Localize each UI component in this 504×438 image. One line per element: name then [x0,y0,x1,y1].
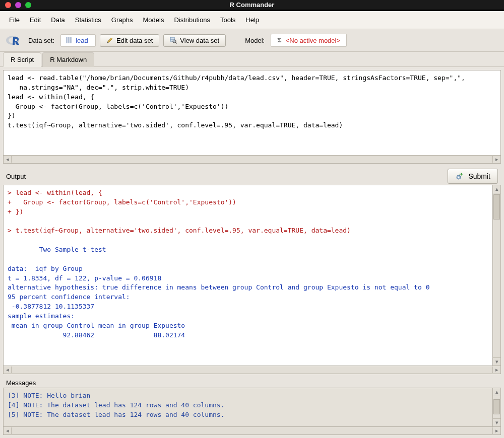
scroll-left-icon[interactable]: ◂ [4,156,12,163]
toolbar: Data set: lead Edit data set View data s… [0,29,504,52]
scroll-up-icon[interactable]: ▴ [493,185,500,193]
dataset-label: Data set: [26,37,56,44]
menubar: File Edit Data Statistics Graphs Models … [0,11,504,29]
output-line: t = 1.8334, df = 122, p-value = 0.06918 [8,274,161,282]
menu-data[interactable]: Data [46,14,70,26]
menu-edit[interactable]: Edit [25,14,46,26]
script-horizontal-scrollbar[interactable]: ◂ ▸ [3,156,501,164]
messages-header: Messages [3,377,501,388]
scroll-up-icon[interactable]: ▴ [493,388,500,396]
scroll-right-icon[interactable]: ▸ [492,156,500,163]
menu-help[interactable]: Help [240,14,264,26]
menu-statistics[interactable]: Statistics [70,14,106,26]
scroll-left-icon[interactable]: ◂ [4,367,12,373]
script-tabs: R Script R Markdown [0,52,504,67]
output-line: mean in group Control mean in group Expu… [8,322,189,329]
output-line: alternative hypothesis: true difference … [8,283,429,291]
message-line: [5] NOTE: The dataset lead has 124 rows … [8,411,224,418]
dataset-selector[interactable]: lead [60,34,96,47]
output-line: 92.88462 88.02174 [8,331,189,339]
close-window-icon[interactable] [5,2,11,8]
messages-pane[interactable]: [3] NOTE: Hello brian [4] NOTE: The data… [3,388,493,427]
scrollbar-thumb[interactable] [493,399,500,414]
scroll-down-icon[interactable]: ▾ [493,418,500,426]
svg-line-6 [175,42,177,44]
messages-label: Messages [6,379,36,387]
svg-point-8 [458,177,460,178]
magnifier-table-icon [170,37,177,44]
output-line: 95 percent confidence interval: [8,293,130,301]
submit-gear-icon [455,172,464,181]
output-line: -0.3877812 10.1135337 [8,303,94,310]
table-icon [66,37,72,43]
message-line: [3] NOTE: Hello brian [8,392,90,399]
model-selector[interactable]: Σ <No active model> [271,34,347,47]
titlebar: R Commander [0,0,504,10]
scroll-right-icon[interactable]: ▸ [492,427,500,434]
svg-rect-2 [107,42,108,43]
scrollbar-thumb[interactable] [493,194,500,220]
scroll-down-icon[interactable]: ▾ [493,357,500,366]
messages-vertical-scrollbar[interactable]: ▴ ▾ [493,388,501,427]
view-dataset-button[interactable]: View data set [163,34,226,47]
minimize-window-icon[interactable] [15,2,21,8]
menu-graphs[interactable]: Graphs [106,14,138,26]
scroll-left-icon[interactable]: ◂ [4,427,12,434]
output-pane[interactable]: > lead <- within(lead, { + Group <- fact… [3,185,493,366]
menu-distributions[interactable]: Distributions [169,14,215,26]
output-line: Two Sample t-test [8,246,106,253]
output-label: Output [6,173,26,180]
output-horizontal-scrollbar[interactable]: ◂ ▸ [3,366,501,374]
output-vertical-scrollbar[interactable]: ▴ ▾ [493,185,501,366]
menu-models[interactable]: Models [138,14,169,26]
pencil-icon [106,37,113,44]
maximize-window-icon[interactable] [25,2,31,8]
model-label: Model: [243,37,267,44]
model-value: <No active model> [286,37,340,44]
script-editor[interactable]: lead <- read.table("/home/brian/Document… [3,70,501,156]
output-line: + Group <- factor(Group, labels=c('Contr… [8,198,236,206]
r-logo-icon [5,33,22,47]
output-header: Output Submit [3,167,501,185]
window-controls [5,2,31,8]
tab-r-markdown[interactable]: R Markdown [42,52,94,67]
window-title: R Commander [0,1,504,9]
output-line: data: iqf by Group [8,265,83,272]
menu-tools[interactable]: Tools [215,14,240,26]
output-line: > lead <- within(lead, { [8,189,102,196]
sigma-icon: Σ [277,36,282,44]
messages-horizontal-scrollbar[interactable]: ◂ ▸ [3,427,501,435]
output-line: sample estimates: [8,312,75,320]
edit-dataset-button[interactable]: Edit data set [100,34,159,47]
menu-file[interactable]: File [4,14,25,26]
dataset-name: lead [76,37,88,44]
message-line: [4] NOTE: The dataset lead has 124 rows … [8,401,224,409]
output-line: > t.test(iqf~Group, alternative='two.sid… [8,227,351,234]
output-line: + }) [8,208,23,215]
submit-button[interactable]: Submit [448,169,498,184]
scroll-right-icon[interactable]: ▸ [492,367,500,373]
tab-r-script[interactable]: R Script [3,52,41,67]
